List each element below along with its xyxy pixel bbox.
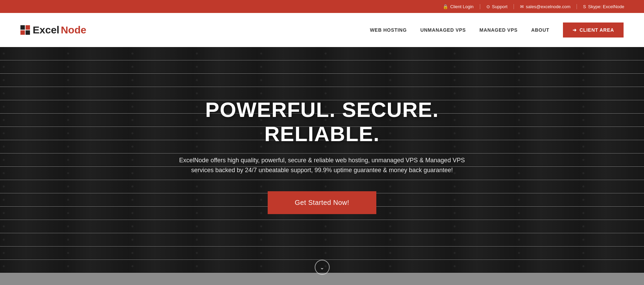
logo-red-text: Node [61, 24, 86, 36]
top-bar: 🔒 Client Login ⊙ Support ✉ sales@excelno… [0, 0, 644, 13]
get-started-button[interactable]: Get Started Now! [268, 191, 377, 214]
chevron-down-icon: ⌄ [320, 264, 324, 271]
logo[interactable]: ExcelNode [20, 24, 86, 36]
nav-managed-vps[interactable]: MANAGED VPS [480, 27, 518, 33]
hero-title: POWERFUL. SECURE. RELIABLE. [152, 97, 492, 146]
client-login-link[interactable]: 🔒 Client Login [437, 4, 480, 9]
hero-subtitle: ExcelNode offers high quality, powerful,… [169, 155, 475, 175]
header: ExcelNode WEB HOSTING UNMANAGED VPS MANA… [0, 13, 644, 47]
logo-grid-icon [20, 25, 30, 35]
email-label: sales@excelnode.com [526, 4, 570, 9]
scroll-down-button[interactable]: ⌄ [315, 260, 330, 275]
nav-unmanaged-vps[interactable]: UNMANAGED VPS [420, 27, 466, 33]
client-area-label: CLIENT AREA [580, 27, 614, 33]
nav-web-hosting[interactable]: WEB HOSTING [370, 27, 407, 33]
support-link[interactable]: ⊙ Support [480, 4, 514, 9]
lock-icon: 🔒 [443, 4, 448, 9]
client-area-button[interactable]: ➜ CLIENT AREA [563, 22, 624, 38]
support-label: Support [492, 4, 508, 9]
main-nav: WEB HOSTING UNMANAGED VPS MANAGED VPS AB… [370, 22, 624, 38]
client-login-label: Client Login [450, 4, 474, 9]
skype-link[interactable]: S Skype: ExcelNode [577, 4, 630, 9]
signin-icon: ➜ [572, 27, 577, 33]
hero-section: POWERFUL. SECURE. RELIABLE. ExcelNode of… [0, 47, 644, 285]
skype-icon: S [583, 4, 586, 9]
nav-about[interactable]: ABOUT [531, 27, 549, 33]
skype-label: Skype: ExcelNode [588, 4, 624, 9]
support-icon: ⊙ [486, 4, 490, 9]
email-icon: ✉ [520, 4, 524, 9]
hero-content: POWERFUL. SECURE. RELIABLE. ExcelNode of… [118, 97, 527, 235]
logo-dark-text: Excel [33, 24, 59, 36]
email-link[interactable]: ✉ sales@excelnode.com [514, 4, 577, 9]
